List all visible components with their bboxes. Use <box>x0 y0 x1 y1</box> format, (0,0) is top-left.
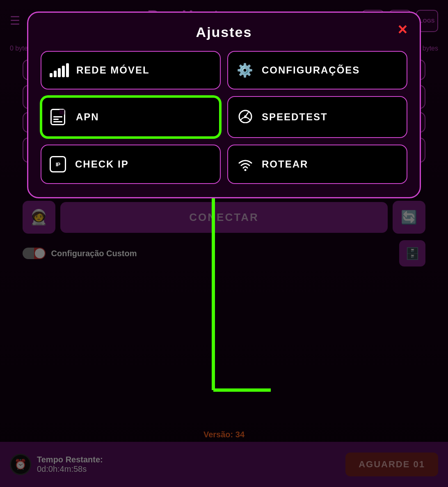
configuracoes-button[interactable]: ⚙️ CONFIGURAÇÕES <box>227 51 407 90</box>
ajustes-modal: Ajustes × REDE MÓVEL ⚙️ CONFIGURAÇÕES <box>27 11 421 198</box>
speedtest-button[interactable]: SPEEDTEST <box>227 96 407 138</box>
sim-icon <box>50 109 69 125</box>
signal-icon <box>50 63 69 77</box>
rotear-label: ROTEAR <box>262 159 398 170</box>
sim-line-1 <box>53 116 62 117</box>
configuracoes-label: CONFIGURAÇÕES <box>262 64 398 76</box>
sim-lines <box>53 116 62 122</box>
modal-title: Ajustes <box>196 24 252 40</box>
wifi-rotear-icon <box>236 156 254 172</box>
bar2 <box>54 71 57 77</box>
bar3 <box>58 68 61 77</box>
sim-line-2 <box>53 119 59 120</box>
gear-settings-icon: ⚙️ <box>236 62 254 78</box>
svg-point-2 <box>244 115 247 118</box>
speedtest-label: SPEEDTEST <box>262 111 398 123</box>
sim-card-icon <box>50 109 65 125</box>
check-ip-button[interactable]: IP CHECK IP <box>41 145 221 184</box>
modal-header: Ajustes × <box>41 24 407 40</box>
bar5 <box>66 63 69 77</box>
wifi-svg <box>238 156 253 172</box>
rotear-button[interactable]: ROTEAR <box>227 145 407 184</box>
rede-movel-label: REDE MÓVEL <box>76 64 212 76</box>
sim-line-3 <box>53 121 62 122</box>
check-ip-label: CHECK IP <box>75 159 212 170</box>
ip-badge-icon: IP <box>50 156 66 172</box>
rede-movel-button[interactable]: REDE MÓVEL <box>41 51 221 90</box>
bar1 <box>50 73 53 77</box>
speedometer-svg <box>238 108 253 123</box>
apn-button[interactable]: APN <box>41 96 221 138</box>
close-button[interactable]: × <box>398 21 407 37</box>
svg-point-3 <box>245 169 247 171</box>
speedometer-icon <box>236 108 254 126</box>
modal-grid: REDE MÓVEL ⚙️ CONFIGURAÇÕES APN <box>41 51 407 184</box>
bar4 <box>62 66 65 77</box>
signal-bars-icon <box>50 63 69 77</box>
apn-label: APN <box>76 111 211 123</box>
ip-icon: IP <box>50 156 68 172</box>
